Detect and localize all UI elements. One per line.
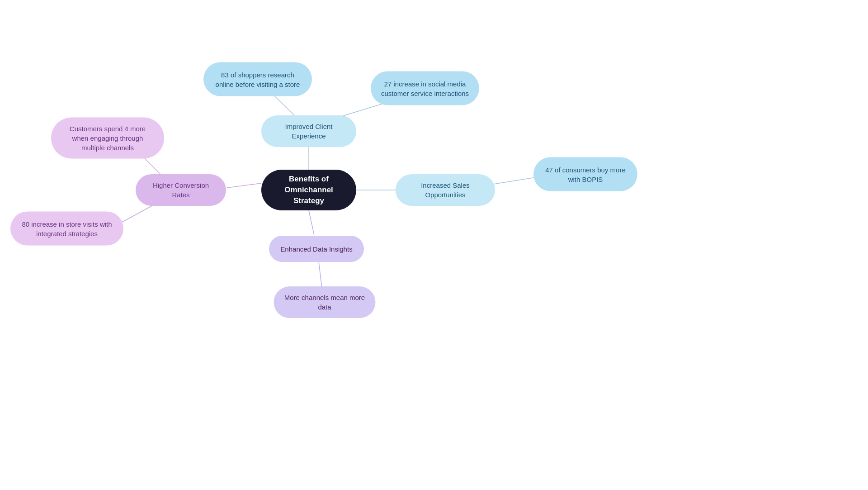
social-media-node: 27 increase in social media customer ser… <box>371 71 479 105</box>
svg-line-7 <box>491 177 536 185</box>
higher-conversion-node: Higher Conversion Rates <box>136 174 226 206</box>
svg-line-9 <box>319 262 322 288</box>
increased-sales-node: Increased Sales Opportunities <box>396 174 495 206</box>
mind-map-canvas: Benefits of Omnichannel Strategy Improve… <box>0 0 868 490</box>
customers-spend-node: Customers spend 4 more when engaging thr… <box>51 118 164 159</box>
bopis-node: 47 of consumers buy more with BOPIS <box>533 157 637 191</box>
shoppers-research-node: 83 of shoppers research online before vi… <box>203 62 312 96</box>
enhanced-data-node: Enhanced Data Insights <box>269 236 364 262</box>
store-visits-node: 80 increase in store visits with integra… <box>10 212 123 246</box>
svg-line-3 <box>227 183 261 188</box>
center-node: Benefits of Omnichannel Strategy <box>261 170 356 210</box>
improved-client-node: Improved Client Experience <box>261 115 356 147</box>
more-channels-node: More channels mean more data <box>274 286 376 318</box>
svg-line-8 <box>309 210 314 235</box>
